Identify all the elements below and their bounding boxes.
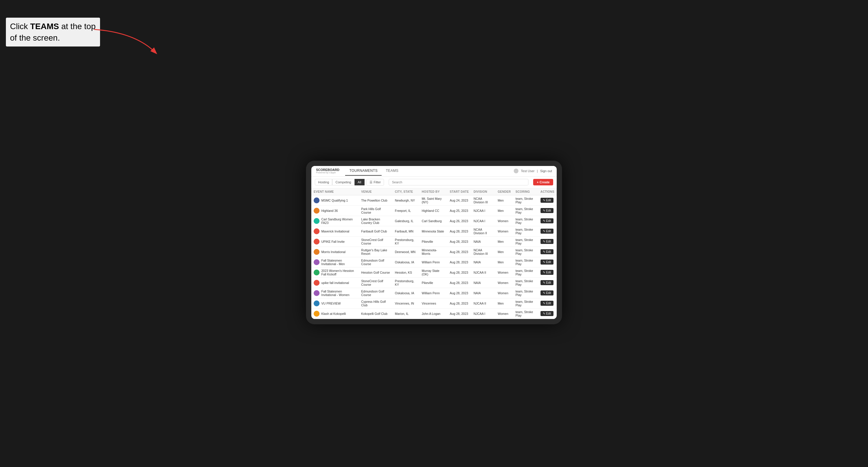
- hosting-tab[interactable]: Hosting: [315, 179, 332, 185]
- hosted-by-cell: Minnesota State: [419, 226, 447, 236]
- app-logo: SCOREBOARD Powered by Clippit: [316, 168, 339, 174]
- search-input[interactable]: [389, 179, 528, 185]
- start-date-cell: Aug 26, 2023: [447, 216, 471, 226]
- start-date-cell: Aug 28, 2023: [447, 278, 471, 288]
- table-row: Klash at Kokopelli Kokopelli Golf Club M…: [311, 308, 557, 319]
- start-date-cell: Aug 28, 2023: [447, 247, 471, 257]
- gear-icon[interactable]: [514, 168, 519, 173]
- actions-cell: ✎ Edit: [538, 206, 557, 216]
- start-date-cell: Aug 28, 2023: [447, 257, 471, 267]
- edit-button[interactable]: ✎ Edit: [540, 290, 554, 295]
- event-name-label: Fall Statesmen Invitational - Women: [321, 289, 356, 297]
- start-date-cell: Aug 28, 2023: [447, 267, 471, 278]
- division-cell: NJCAA I: [471, 206, 495, 216]
- edit-button[interactable]: ✎ Edit: [540, 198, 554, 203]
- scoring-cell: team, Stroke Play: [513, 226, 538, 236]
- edit-button[interactable]: ✎ Edit: [540, 259, 554, 264]
- nav-tabs: TOURNAMENTS TEAMS: [345, 166, 514, 176]
- hosted-by-cell: Mt. Saint Mary (NY): [419, 195, 447, 206]
- actions-cell: ✎ Edit: [538, 236, 557, 247]
- edit-button[interactable]: ✎ Edit: [540, 270, 554, 275]
- start-date-cell: Aug 25, 2023: [447, 206, 471, 216]
- event-name-cell: Morris Invitational: [311, 247, 359, 257]
- create-button[interactable]: + Create: [533, 179, 553, 185]
- toolbar: Hosting Competing All ☰ Filter + Create: [311, 177, 557, 188]
- col-start-date: START DATE: [447, 188, 471, 195]
- division-cell: NCAA Division III: [471, 195, 495, 206]
- event-icon: [314, 249, 319, 255]
- gender-cell: Women: [496, 267, 514, 278]
- city-state-cell: Oskaloosa, IA: [393, 288, 419, 298]
- hosted-by-cell: Pikeville: [419, 278, 447, 288]
- edit-button[interactable]: ✎ Edit: [540, 249, 554, 254]
- edit-button[interactable]: ✎ Edit: [540, 311, 554, 316]
- event-name-cell: Fall Statesmen Invitational - Women: [311, 288, 359, 298]
- event-icon: [314, 270, 319, 275]
- col-gender: GENDER: [496, 188, 514, 195]
- gender-cell: Women: [496, 288, 514, 298]
- venue-cell: Kokopelli Golf Club: [359, 308, 393, 319]
- filter-button[interactable]: ☰ Filter: [366, 179, 384, 186]
- event-name-cell: Fall Statesmen Invitational - Men: [311, 257, 359, 267]
- city-state-cell: Prestonsburg, KY: [393, 278, 419, 288]
- competing-tab[interactable]: Competing: [332, 179, 354, 185]
- venue-cell: Ruttger's Bay Lake Resort: [359, 247, 393, 257]
- division-cell: NCAA Division III: [471, 247, 495, 257]
- start-date-cell: Aug 28, 2023: [447, 298, 471, 308]
- signout-separator: |: [537, 169, 538, 173]
- event-name-cell: Highland 36: [311, 206, 359, 216]
- hosted-by-cell: Murray State (OK): [419, 267, 447, 278]
- event-icon: [314, 228, 319, 234]
- nav-right: Test User | Sign out: [514, 168, 552, 173]
- scoring-cell: team, Stroke Play: [513, 247, 538, 257]
- event-name-cell: upike fall invitational: [311, 278, 359, 288]
- event-icon: [314, 208, 319, 214]
- col-division: DIVISION: [471, 188, 495, 195]
- division-cell: NCAA Division II: [471, 226, 495, 236]
- edit-button[interactable]: ✎ Edit: [540, 229, 554, 234]
- venue-cell: Hesston Golf Course: [359, 267, 393, 278]
- all-tab[interactable]: All: [354, 179, 365, 185]
- tablet-screen: SCOREBOARD Powered by Clippit TOURNAMENT…: [311, 166, 557, 319]
- scoring-cell: team, Stroke Play: [513, 308, 538, 319]
- edit-button[interactable]: ✎ Edit: [540, 239, 554, 244]
- event-name-label: 2023 Women's Hesston Fall Kickoff: [321, 269, 356, 276]
- edit-button[interactable]: ✎ Edit: [540, 301, 554, 306]
- col-hosted-by: HOSTED BY: [419, 188, 447, 195]
- table-row: Highland 36 Park Hills Golf Course Freep…: [311, 206, 557, 216]
- table-row: upike fall invitational StoneCrest Golf …: [311, 278, 557, 288]
- scoring-cell: team, Stroke Play: [513, 195, 538, 206]
- table-row: Fall Statesmen Invitational - Men Edmund…: [311, 257, 557, 267]
- actions-cell: ✎ Edit: [538, 195, 557, 206]
- user-label: Test User: [521, 169, 534, 173]
- hosted-by-cell: John A Logan: [419, 308, 447, 319]
- event-name-label: Morris Invitational: [321, 250, 345, 254]
- actions-cell: ✎ Edit: [538, 298, 557, 308]
- event-icon: [314, 239, 319, 245]
- start-date-cell: Aug 28, 2023: [447, 226, 471, 236]
- division-cell: NJCAA I: [471, 216, 495, 226]
- division-cell: NAIA: [471, 257, 495, 267]
- edit-button[interactable]: ✎ Edit: [540, 280, 554, 285]
- signout-link[interactable]: Sign out: [540, 169, 552, 173]
- nav-tab-tournaments[interactable]: TOURNAMENTS: [345, 166, 382, 176]
- event-icon: [314, 259, 319, 265]
- filter-tab-group: Hosting Competing All: [315, 179, 365, 185]
- edit-button[interactable]: ✎ Edit: [540, 218, 554, 223]
- edit-button[interactable]: ✎ Edit: [540, 208, 554, 213]
- table-row: Maverick Invitational Faribault Golf Clu…: [311, 226, 557, 236]
- gender-cell: Men: [496, 298, 514, 308]
- event-name-cell: Carl Sandburg Women FA23: [311, 216, 359, 226]
- col-city-state: CITY, STATE: [393, 188, 419, 195]
- col-scoring: SCORING: [513, 188, 538, 195]
- gender-cell: Men: [496, 236, 514, 247]
- hosted-by-cell: Highland CC: [419, 206, 447, 216]
- event-icon: [314, 311, 319, 317]
- event-name-cell: Maverick Invitational: [311, 226, 359, 236]
- event-name-label: Klash at Kokopelli: [321, 312, 346, 315]
- city-state-cell: Prestonsburg, KY: [393, 236, 419, 247]
- division-cell: NJCAA I: [471, 308, 495, 319]
- instruction-text: Click TEAMS at the top of the screen.: [6, 18, 100, 46]
- nav-tab-teams[interactable]: TEAMS: [382, 166, 403, 176]
- scoring-cell: team, Stroke Play: [513, 288, 538, 298]
